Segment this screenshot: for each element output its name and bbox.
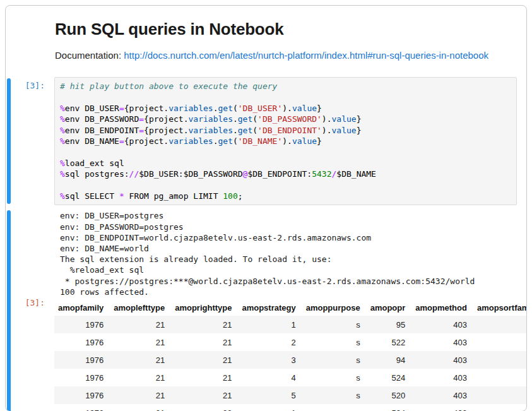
code-token: variables [189,126,233,135]
code-token: $DB_USER:$DB_PASSWORD [139,169,242,179]
table-cell: 0 [473,386,527,404]
table-cell: 21 [110,386,171,404]
table-row: 197621213s944030 [54,351,527,369]
table-cell: 21 [110,316,171,333]
column-header: amopstrategy [238,300,302,316]
code-token: } [317,136,322,146]
table-cell: 403 [411,316,473,333]
table-cell: s [302,351,367,369]
code-token: $DB_ENDPOINT: [247,169,312,179]
markdown-cell: Run SQL queries in Notebook Documentatio… [6,6,526,61]
code-token: ( [252,114,257,124]
table-cell: 5 [238,386,302,404]
input-prompt: [3]: [25,81,45,90]
table-row: 197621231s5344030 [54,404,527,411]
code-token: sql postgres: [65,169,129,179]
code-token: get [238,114,252,124]
code-token: } [317,104,322,113]
table-cell: 403 [411,386,473,404]
output-area: env: DB_USER=postgres env: DB_PASSWORD=p… [54,209,526,411]
page-title: Run SQL queries in Notebook [55,20,517,39]
table-cell: 520 [367,386,412,404]
code-token: {project. [124,104,168,113]
code-token: ). [322,126,332,135]
code-token: % [60,114,65,124]
code-token: value [292,104,317,113]
table-cell: 403 [411,351,473,369]
code-token: value [292,136,317,146]
code-token: = [139,114,144,124]
code-token: {project. [144,126,188,135]
code-token: sql SELECT [65,191,119,201]
table-cell: 1976 [54,386,110,404]
column-header: amoppurpose [302,300,367,316]
code-token: ). [322,114,332,124]
table-cell: 1976 [54,369,110,386]
table-cell: 0 [473,333,527,351]
code-token: % [60,104,65,113]
documentation-line: Documentation: http://docs.nurtch.com/en… [55,50,517,61]
code-token: variables [168,104,213,113]
table-cell: 4 [238,369,302,386]
table-cell: 0 [473,316,527,333]
stream-output: env: DB_USER=postgres env: DB_PASSWORD=p… [54,209,517,297]
code-token: env DB_USER [65,104,119,113]
table-cell: 21 [171,333,238,351]
table-cell: 1976 [54,333,110,351]
documentation-label: Documentation: [55,50,124,61]
code-token: = [139,126,144,135]
documentation-link[interactable]: http://docs.nurtch.com/en/latest/nurtch-… [124,50,488,61]
table-cell: 21 [171,316,238,333]
code-editor[interactable]: # hit play button above to execute the q… [54,77,517,205]
code-token: % [60,191,65,201]
column-header: amoplefttype [110,300,171,316]
cell-focus-bar[interactable] [7,78,11,204]
code-token: . [233,114,238,124]
column-header: amopsortfamily [473,300,527,316]
table-cell: 1976 [54,316,110,333]
table-cell: 21 [171,351,238,369]
code-token: = [119,136,124,146]
table-cell: 21 [171,386,238,404]
code-token: value [332,114,357,124]
code-token: value [332,126,357,135]
code-token: } [357,126,362,135]
code-token: FROM pg_amop LIMIT [124,191,223,201]
code-token: ( [252,126,257,135]
code-cell: [3]: # hit play button above to execute … [6,77,526,205]
code-token: % [60,169,65,179]
table-cell: s [302,333,367,351]
table-cell: 2 [238,333,302,351]
code-token: ( [233,136,238,146]
result-table: amopfamilyamoplefttypeamoprighttypeamops… [54,300,527,411]
table-row: 197621215s5204030 [54,386,527,404]
code-token: 'DB_ENDPOINT' [257,126,322,135]
cell-focus-bar[interactable] [7,210,11,411]
code-token: 5432 [312,169,331,179]
table-cell: 534 [367,404,412,411]
code-text: # hit play button above to execute the q… [60,81,511,201]
table-cell: 95 [367,316,412,333]
table-cell: 0 [473,369,527,386]
code-token: 'DB_PASSWORD' [257,114,322,124]
column-header: amopfamily [54,300,110,316]
table-cell: 0 [473,351,527,369]
table-cell: 21 [110,404,171,411]
code-token: get [218,136,232,146]
output-cell-gutter: [3]: [6,209,54,411]
code-token: * [119,191,124,201]
code-token: ). [282,104,292,113]
code-token: 'DB_NAME' [238,136,282,146]
code-token: ; [238,191,243,201]
code-token: get [218,104,232,113]
table-row: 197621214s5244030 [54,369,527,386]
table-cell: 1 [238,316,302,333]
result-table-body: 197621211s954030197621212s52240301976212… [54,316,527,411]
table-cell: 94 [367,351,412,369]
code-token: % [60,136,65,146]
code-token: load_ext sql [65,158,124,168]
column-header: amopmethod [411,300,473,316]
code-token: // [129,169,139,179]
table-cell: s [302,386,367,404]
table-cell: 23 [171,404,238,411]
